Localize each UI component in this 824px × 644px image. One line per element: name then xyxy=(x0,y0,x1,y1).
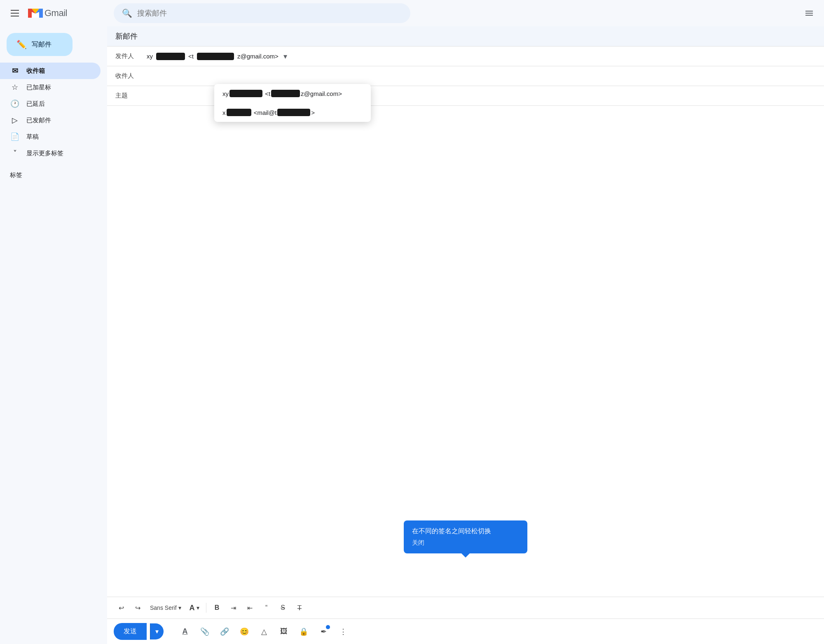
sender-email-redacted xyxy=(197,53,234,60)
dropdown-item1-prefix: xy xyxy=(222,90,229,97)
sidebar-item-drafts[interactable]: 📄 草稿 xyxy=(0,128,101,145)
emoji-button[interactable]: 😊 xyxy=(236,623,253,640)
gmail-logo: Gmail xyxy=(28,7,67,19)
snoozed-label: 已延后 xyxy=(26,100,45,108)
dropdown-item1-name-redacted xyxy=(229,90,262,97)
tooltip-box: 在不同的签名之间轻松切换 关闭 xyxy=(404,520,527,553)
text-format-button[interactable]: A xyxy=(177,623,193,640)
lock-button[interactable]: 🔒 xyxy=(295,623,312,640)
compose-header: 新邮件 xyxy=(107,26,824,47)
indent-right-button[interactable]: ⇤ xyxy=(243,600,258,615)
clear-format-button[interactable]: T̶ xyxy=(292,600,307,615)
attach-button[interactable]: 📎 xyxy=(197,623,213,640)
compose-button[interactable]: ✏️ 写邮件 xyxy=(7,33,73,56)
send-arrow-icon: ▾ xyxy=(155,628,159,635)
gmail-m-icon xyxy=(28,7,43,19)
sidebar-item-snoozed[interactable]: 🕐 已延后 xyxy=(0,96,101,112)
sender-dropdown-arrow[interactable]: ▾ xyxy=(283,52,287,61)
compose-icon: ✏️ xyxy=(16,40,27,49)
dropdown-item1-email-redacted xyxy=(271,90,300,97)
settings-icon[interactable] xyxy=(801,5,817,21)
from-value: xy <t z@gmail.com> ▾ xyxy=(147,52,816,61)
quote-button[interactable]: “ xyxy=(259,600,274,615)
strikethrough-button[interactable]: S xyxy=(276,600,290,615)
gmail-brand-text: Gmail xyxy=(44,8,67,19)
topbar-left: Gmail xyxy=(7,5,114,21)
drive-button[interactable]: △ xyxy=(256,623,272,640)
dropdown-item2-email-prefix: <mail@t xyxy=(252,109,277,116)
drafts-label: 草稿 xyxy=(26,133,39,141)
undo-button[interactable]: ↩ xyxy=(114,600,129,615)
sender-name-redacted xyxy=(156,53,185,60)
font-name: Sans Serif xyxy=(150,604,177,611)
dropdown-item-1[interactable]: xy <t z@gmail.com> xyxy=(214,84,371,103)
subject-label: 主题 xyxy=(115,92,140,100)
sent-label: 已发邮件 xyxy=(26,117,51,124)
link-button[interactable]: 🔗 xyxy=(216,623,233,640)
send-options-button[interactable]: ▾ xyxy=(150,623,164,639)
compose-title: 新邮件 xyxy=(115,32,138,40)
compose-actions: 发送 ▾ A 📎 🔗 😊 △ 🖼 xyxy=(107,618,824,644)
clock-icon: 🕐 xyxy=(10,99,20,108)
labels-section: 标签 xyxy=(0,168,107,182)
sender-email-suffix: z@gmail.com> xyxy=(237,53,279,60)
search-icon: 🔍 xyxy=(122,8,132,18)
dropdown-item2-email-suffix: > xyxy=(311,109,315,116)
topbar: Gmail 🔍 xyxy=(0,0,824,26)
dropdown-item-2[interactable]: x <mail@t > xyxy=(214,103,371,122)
more-options-icon: ⋮ xyxy=(339,627,347,636)
star-icon: ☆ xyxy=(10,83,20,92)
font-size-dropdown-icon: ▾ xyxy=(197,604,199,611)
bold-button[interactable]: B xyxy=(210,600,225,615)
sidebar-item-sent[interactable]: ▷ 已发邮件 xyxy=(0,112,101,128)
menu-icon[interactable] xyxy=(7,5,23,21)
font-size-selector[interactable]: A ▾ xyxy=(186,604,203,612)
starred-label: 已加星标 xyxy=(26,84,51,91)
sidebar-item-starred[interactable]: ☆ 已加星标 xyxy=(0,79,101,96)
indent-left-button[interactable]: ⇥ xyxy=(226,600,241,615)
attach-icon: 📎 xyxy=(200,627,209,636)
signature-dot xyxy=(326,625,330,629)
topbar-right xyxy=(801,5,817,21)
tooltip-message: 在不同的签名之间轻松切换 xyxy=(412,527,519,536)
send-button[interactable]: 发送 xyxy=(114,623,147,640)
to-field[interactable]: 收件人 xyxy=(107,66,824,86)
to-label: 收件人 xyxy=(115,72,140,80)
inbox-label: 收件箱 xyxy=(26,67,45,75)
tooltip-container: 在不同的签名之间轻松切换 关闭 xyxy=(404,520,527,553)
sender-email-prefix: <t xyxy=(188,53,194,60)
dropdown-item2-prefix: x xyxy=(222,109,226,116)
signature-icon: ✒ xyxy=(321,627,327,636)
photo-icon: 🖼 xyxy=(280,627,288,636)
sidebar-item-inbox[interactable]: ✉ 收件箱 xyxy=(0,63,101,79)
sender-name-prefix: xy xyxy=(147,53,153,60)
search-bar[interactable]: 🔍 xyxy=(114,3,410,23)
sender-dropdown-menu: xy <t z@gmail.com> x <mail@t > xyxy=(214,84,371,122)
sidebar: ✏️ 写邮件 ✉ 收件箱 ☆ 已加星标 🕐 已延后 ▷ 已发邮件 📄 草稿 ˅ … xyxy=(0,26,107,644)
search-input[interactable] xyxy=(137,9,402,18)
draft-icon: 📄 xyxy=(10,132,20,141)
toolbar-divider-1 xyxy=(206,603,206,613)
dropdown-item2-name-redacted xyxy=(227,109,251,116)
dropdown-item2-email-redacted xyxy=(277,109,310,116)
tooltip-close-button[interactable]: 关闭 xyxy=(412,539,519,547)
more-label: 显示更多标签 xyxy=(26,149,63,157)
signature-button[interactable]: ✒ xyxy=(315,623,332,640)
from-label: 发件人 xyxy=(115,52,140,60)
main-area: 新邮件 发件人 xy <t z@gmail.com> ▾ 收件人 主题 xyxy=(107,26,824,644)
link-icon: 🔗 xyxy=(220,627,229,636)
lock-icon: 🔒 xyxy=(299,627,308,636)
inbox-icon: ✉ xyxy=(10,66,20,75)
photo-button[interactable]: 🖼 xyxy=(276,623,292,640)
expand-icon: ˅ xyxy=(10,149,20,158)
emoji-icon: 😊 xyxy=(240,627,249,636)
font-selector[interactable]: Sans Serif ▾ xyxy=(147,604,185,611)
redo-button[interactable]: ↪ xyxy=(130,600,145,615)
sender-dropdown: xy <t z@gmail.com> x <mail@t > xyxy=(214,84,371,122)
drive-icon: △ xyxy=(261,627,267,636)
dropdown-item1-email-prefix: <t xyxy=(263,90,270,97)
sent-icon: ▷ xyxy=(10,116,20,125)
sidebar-item-more[interactable]: ˅ 显示更多标签 xyxy=(0,145,101,161)
more-options-button[interactable]: ⋮ xyxy=(335,623,351,640)
text-format-icon: A xyxy=(183,627,188,636)
